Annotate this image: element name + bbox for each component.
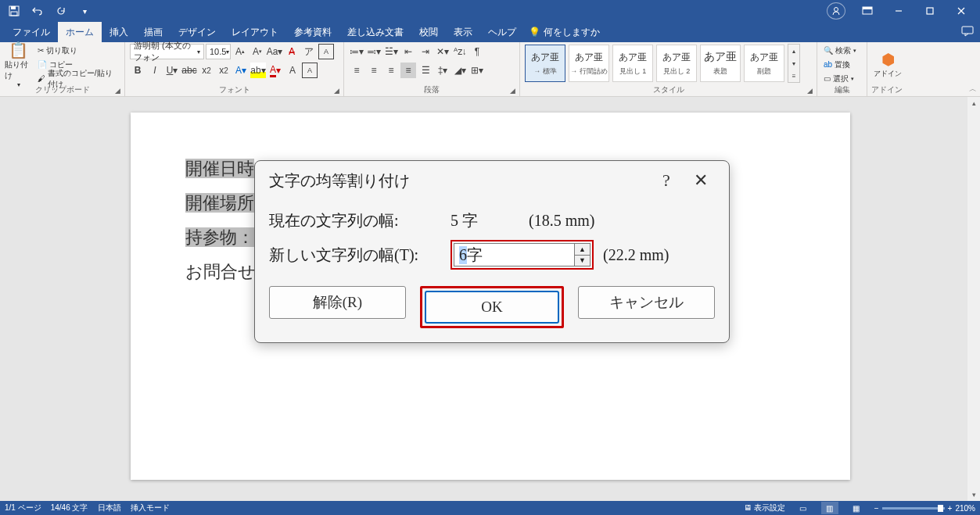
paste-button[interactable]: 📋 貼り付け ▾ <box>5 44 33 84</box>
style-gallery-more[interactable]: ≡ <box>788 70 799 82</box>
text-effects-button[interactable]: A▾ <box>233 63 249 78</box>
zoom-slider[interactable] <box>882 507 945 510</box>
tab-references[interactable]: 参考資料 <box>286 22 339 42</box>
subscript-button[interactable]: x2 <box>199 63 214 78</box>
italic-button[interactable]: I <box>147 63 163 78</box>
status-page[interactable]: 1/1 ページ <box>5 502 41 513</box>
comments-button[interactable] <box>961 26 974 39</box>
underline-button[interactable]: U▾ <box>164 63 180 78</box>
superscript-button[interactable]: x2 <box>216 63 232 78</box>
status-language[interactable]: 日本語 <box>98 502 121 513</box>
zoom-out-button[interactable]: − <box>874 504 879 513</box>
cut-button[interactable]: ✂切り取り <box>36 44 120 57</box>
font-size-combo[interactable]: 10.5▾ <box>206 44 231 59</box>
scroll-track[interactable] <box>967 109 980 488</box>
font-launcher[interactable]: ◢ <box>334 87 342 95</box>
multilevel-list-button[interactable]: ☱▾ <box>383 44 399 59</box>
tell-me-search[interactable]: 💡 何をしますか <box>529 26 600 39</box>
vertical-scrollbar[interactable]: ▴ ▾ <box>967 97 980 501</box>
text-direction-button[interactable]: ✕▾ <box>435 44 451 59</box>
read-mode-button[interactable]: ▭ <box>795 502 812 514</box>
tab-mailings[interactable]: 差し込み文書 <box>339 22 411 42</box>
tab-file[interactable]: ファイル <box>5 22 58 42</box>
increase-indent-button[interactable]: ⇥ <box>418 44 433 59</box>
char-border-button[interactable]: A <box>302 63 318 78</box>
redo-button[interactable] <box>50 2 72 20</box>
borders-button[interactable]: ⊞▾ <box>469 63 485 78</box>
scroll-up-button[interactable]: ▴ <box>967 97 980 109</box>
shrink-font-button[interactable]: A▾ <box>249 44 265 59</box>
addins-button[interactable]: ⬢ アドイン <box>872 44 903 84</box>
styles-launcher[interactable]: ◢ <box>807 87 815 95</box>
distribute-button[interactable]: ☰ <box>418 63 433 78</box>
status-words[interactable]: 14/46 文字 <box>51 502 88 513</box>
bullets-button[interactable]: ≔▾ <box>349 44 364 59</box>
tab-help[interactable]: ヘルプ <box>480 22 524 42</box>
align-center-button[interactable]: ≡ <box>366 63 382 78</box>
ribbon-display-options-button[interactable] <box>852 0 883 22</box>
ok-button[interactable]: OK <box>425 291 560 324</box>
tab-review[interactable]: 校閲 <box>411 22 446 42</box>
account-button[interactable] <box>827 2 845 20</box>
style-gallery-up[interactable]: ▴ <box>788 45 799 57</box>
clear-formatting-button[interactable]: A̶ <box>284 44 300 59</box>
style-heading2[interactable]: あア亜見出し 2 <box>656 45 697 82</box>
spinner-up-button[interactable]: ▲ <box>575 244 590 256</box>
show-marks-button[interactable]: ¶ <box>469 44 485 59</box>
font-color-button[interactable]: A▾ <box>267 63 283 78</box>
paragraph-launcher[interactable]: ◢ <box>510 87 518 95</box>
bold-button[interactable]: B <box>130 63 145 78</box>
tab-layout[interactable]: レイアウト <box>224 22 286 42</box>
web-layout-button[interactable]: ▦ <box>848 502 865 514</box>
style-title[interactable]: あア亜表題 <box>700 45 741 82</box>
display-settings-button[interactable]: 🖥 表示設定 <box>744 502 785 513</box>
tab-view[interactable]: 表示 <box>446 22 480 42</box>
clipboard-launcher[interactable]: ◢ <box>115 87 123 95</box>
cancel-button[interactable]: キャンセル <box>578 286 715 319</box>
qat-customize-button[interactable]: ▾ <box>74 2 95 20</box>
align-left-button[interactable]: ≡ <box>349 63 364 78</box>
enclose-chars-button[interactable]: A <box>318 44 334 59</box>
close-button[interactable] <box>946 0 977 22</box>
dialog-help-button[interactable]: ? <box>649 167 684 194</box>
spinner-down-button[interactable]: ▼ <box>575 256 590 266</box>
remove-button[interactable]: 解除(R) <box>269 286 406 319</box>
style-no-spacing[interactable]: あア亜→ 行間詰め <box>569 45 609 82</box>
sort-button[interactable]: ᴬᴢ↓ <box>452 44 468 59</box>
line-spacing-button[interactable]: ‡▾ <box>435 63 451 78</box>
strikethrough-button[interactable]: abc <box>181 63 197 78</box>
style-subtitle[interactable]: あア亜副題 <box>744 45 784 82</box>
grow-font-button[interactable]: A▴ <box>232 44 248 59</box>
char-shading-button[interactable]: A <box>285 63 300 78</box>
print-layout-button[interactable]: ▥ <box>821 502 838 514</box>
style-heading1[interactable]: あア亜見出し 1 <box>612 45 653 82</box>
scroll-down-button[interactable]: ▾ <box>967 488 980 501</box>
status-mode[interactable]: 挿入モード <box>131 502 170 513</box>
replace-button[interactable]: ab置換 <box>822 58 862 71</box>
find-button[interactable]: 🔍検索▾ <box>822 44 862 57</box>
phonetic-guide-button[interactable]: ア <box>301 44 317 59</box>
format-painter-button[interactable]: 🖌書式のコピー/貼り付け <box>36 72 120 85</box>
maximize-button[interactable] <box>914 0 946 22</box>
minimize-button[interactable] <box>883 0 914 22</box>
collapse-ribbon-button[interactable]: ︿ <box>969 84 977 95</box>
zoom-level[interactable]: 210% <box>955 504 975 513</box>
select-button[interactable]: ▭選択▾ <box>822 72 862 85</box>
shading-button[interactable]: ◢▾ <box>452 63 468 78</box>
undo-button[interactable] <box>27 2 48 20</box>
decrease-indent-button[interactable]: ⇤ <box>400 44 416 59</box>
tab-home[interactable]: ホーム <box>58 22 102 42</box>
font-name-combo[interactable]: 游明朝 (本文のフォン▾ <box>130 44 204 59</box>
numbering-button[interactable]: ≕▾ <box>366 44 382 59</box>
style-normal[interactable]: あア亜→ 標準 <box>525 45 565 82</box>
save-button[interactable] <box>3 2 25 20</box>
change-case-button[interactable]: Aa▾ <box>267 44 282 59</box>
new-width-input[interactable]: 6 字 <box>454 243 575 266</box>
justify-button[interactable]: ≡ <box>400 63 416 78</box>
align-right-button[interactable]: ≡ <box>383 63 399 78</box>
style-gallery-down[interactable]: ▾ <box>788 57 799 70</box>
highlight-button[interactable]: ab▾ <box>250 63 266 78</box>
zoom-in-button[interactable]: + <box>948 504 953 513</box>
tab-insert[interactable]: 挿入 <box>102 22 136 42</box>
dialog-close-button[interactable]: ✕ <box>684 167 718 194</box>
